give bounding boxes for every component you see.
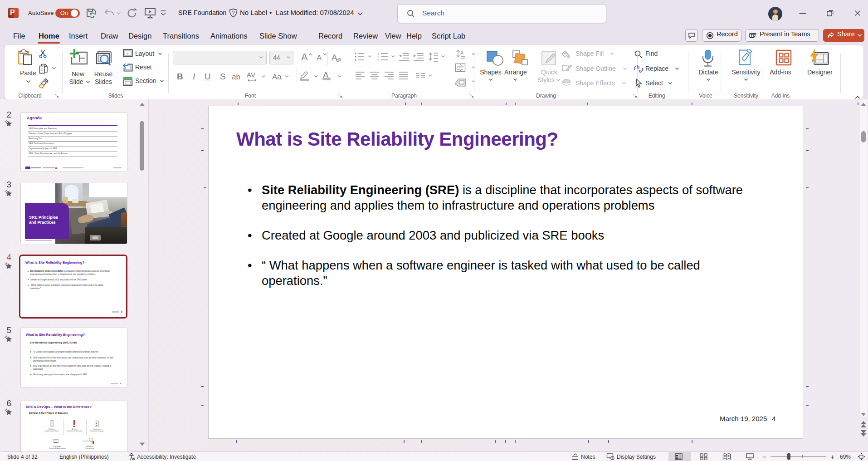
svg-text:1: 1 bbox=[377, 52, 379, 55]
svg-text:A: A bbox=[460, 50, 463, 55]
svg-text:c: c bbox=[639, 69, 642, 74]
svg-text:?: ? bbox=[232, 10, 234, 15]
svg-text:3: 3 bbox=[377, 59, 379, 62]
svg-text:T: T bbox=[751, 33, 753, 38]
svg-text:2: 2 bbox=[377, 55, 379, 59]
svg-text:AV: AV bbox=[247, 71, 255, 78]
